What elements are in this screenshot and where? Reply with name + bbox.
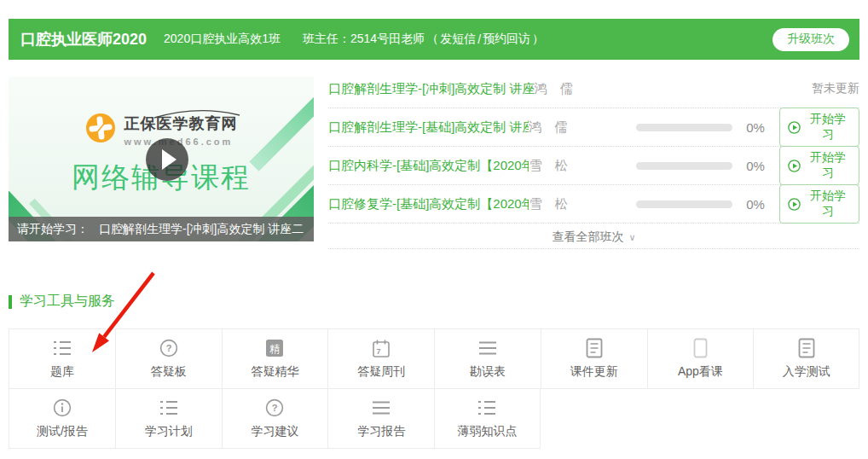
brand-arc-decoration xyxy=(153,109,241,119)
progress-percent: 0% xyxy=(746,159,779,173)
question-circle-icon: ? xyxy=(159,338,179,358)
tool-item[interactable]: 学习报告 xyxy=(327,389,434,449)
play-circle-icon xyxy=(788,198,801,211)
class-teacher-info: 班主任：2514号田老师 （ 发短信 / 预约回访 ） xyxy=(303,32,544,47)
start-learning-button[interactable]: 开始学习 xyxy=(779,146,859,185)
tools-section-title: 学习工具与服务 xyxy=(20,293,115,311)
caption-course-name: 口腔解剖生理学-[冲刺]高效定制 讲座二 xyxy=(99,222,304,235)
course-row: 口腔内科学-[基础]高效定制【2020年】雪 松0%开始学习 xyxy=(328,147,859,185)
progress-bar xyxy=(636,124,732,131)
play-button[interactable] xyxy=(146,138,188,181)
svg-text:精: 精 xyxy=(269,343,280,355)
course-list: 口腔解剖生理学-[冲刺]高效定制 讲座二鸿 儒暂未更新口腔解剖生理学-[基础]高… xyxy=(328,70,859,249)
course-teacher: 雪 松 xyxy=(529,196,622,212)
calendar-icon: 7 xyxy=(372,338,391,358)
progress-bar xyxy=(636,200,732,208)
course-title-link[interactable]: 口腔解剖生理学-[冲刺]高效定制 讲座二 xyxy=(328,81,535,97)
tool-label: 勘误表 xyxy=(470,364,506,380)
course-teacher: 鸿 儒 xyxy=(529,119,622,136)
video-caption: 请开始学习：口腔解剖生理学-[冲刺]高效定制 讲座二 xyxy=(9,217,314,241)
essence-badge-icon: 精 xyxy=(265,338,284,358)
section-accent-bar xyxy=(9,295,12,309)
page-title: 口腔执业医师2020 xyxy=(20,29,147,49)
start-learning-button[interactable]: 开始学习 xyxy=(779,107,859,147)
start-learning-label: 开始学习 xyxy=(805,112,851,142)
send-sms-link[interactable]: 发短信 xyxy=(440,32,476,47)
tool-item[interactable]: 7答疑周刊 xyxy=(327,329,434,389)
tool-label: 入学测试 xyxy=(783,364,830,380)
tool-item[interactable]: ?答疑板 xyxy=(115,329,222,389)
tools-section-header: 学习工具与服务 xyxy=(9,293,115,311)
tool-label: 薄弱知识点 xyxy=(457,424,517,439)
chevron-down-icon: ∨ xyxy=(628,232,635,242)
class-header-bar: 口腔执业医师2020 2020口腔执业高效1班 班主任：2514号田老师 （ 发… xyxy=(9,19,859,60)
info-circle-icon xyxy=(52,398,72,418)
question-circle-icon: ? xyxy=(264,398,285,418)
caption-prefix: 请开始学习： xyxy=(17,222,89,235)
course-teacher: 鸿 儒 xyxy=(535,81,630,97)
course-title-link[interactable]: 口腔内科学-[基础]高效定制【2020年】 xyxy=(328,158,529,174)
tool-item[interactable]: 题库 xyxy=(9,329,115,389)
view-all-classes-link[interactable]: 查看全部班次∨ xyxy=(328,224,859,249)
tool-label: 学习报告 xyxy=(357,424,405,439)
tool-item[interactable]: 勘误表 xyxy=(434,329,541,389)
tools-grid-row-1: 题库?答疑板精答疑精华7答疑周刊勘误表课件更新App看课入学测试 xyxy=(9,328,859,389)
document-icon xyxy=(798,338,815,358)
play-circle-icon xyxy=(788,160,801,172)
tools-grid: 题库?答疑板精答疑精华7答疑周刊勘误表课件更新App看课入学测试 测试/报告学习… xyxy=(9,328,859,449)
play-icon xyxy=(162,149,176,170)
bars-icon xyxy=(371,398,391,418)
tool-item[interactable]: 学习计划 xyxy=(115,389,222,449)
course-row: 口腔修复学-[基础]高效定制【2020年】雪 松0%开始学习 xyxy=(328,185,859,224)
start-learning-button[interactable]: 开始学习 xyxy=(779,184,859,224)
tool-label: 测试/报告 xyxy=(37,424,88,439)
med66-logo-icon xyxy=(85,113,116,147)
teacher-label: 班主任：2514号田老师 xyxy=(303,32,425,47)
course-teacher: 雪 松 xyxy=(529,158,622,174)
tool-label: 答疑板 xyxy=(151,364,187,380)
course-title-link[interactable]: 口腔解剖生理学-[基础]高效定制 讲座二 xyxy=(328,119,529,136)
tool-item[interactable]: App看课 xyxy=(647,329,754,389)
paren-open: （ xyxy=(426,32,438,47)
svg-text:7: 7 xyxy=(377,347,381,356)
document-icon xyxy=(586,338,603,358)
course-row: 口腔解剖生理学-[冲刺]高效定制 讲座二鸿 儒暂未更新 xyxy=(328,70,859,108)
class-name: 2020口腔执业高效1班 xyxy=(164,32,281,47)
view-all-label: 查看全部班次 xyxy=(552,230,623,243)
list-icon xyxy=(52,338,72,358)
svg-text:?: ? xyxy=(165,343,171,353)
course-list-rows: 口腔解剖生理学-[冲刺]高效定制 讲座二鸿 儒暂未更新口腔解剖生理学-[基础]高… xyxy=(328,70,859,224)
phone-icon xyxy=(693,338,708,358)
tool-item[interactable]: 课件更新 xyxy=(541,329,647,389)
slash-separator: / xyxy=(477,32,481,46)
play-circle-icon xyxy=(788,121,801,134)
tool-label: 学习计划 xyxy=(145,424,193,439)
tool-item[interactable]: 测试/报告 xyxy=(9,389,115,449)
progress-bar xyxy=(636,162,732,170)
tool-item[interactable]: 薄弱知识点 xyxy=(434,389,541,449)
tool-item[interactable]: 精答疑精华 xyxy=(222,329,328,389)
course-row: 口腔解剖生理学-[基础]高效定制 讲座二鸿 儒0%开始学习 xyxy=(328,108,859,147)
bars-icon xyxy=(477,338,498,358)
list-icon xyxy=(159,398,179,418)
upgrade-class-button[interactable]: 升级班次 xyxy=(773,28,849,51)
tool-item[interactable]: 入学测试 xyxy=(753,329,859,389)
course-status: 暂未更新 xyxy=(812,81,859,96)
tool-label: 答疑精华 xyxy=(251,364,298,380)
progress-percent: 0% xyxy=(746,120,779,135)
video-player[interactable]: 正保医学教育网 www.med66.com 网络辅导课程 请开始学习：口腔解剖生… xyxy=(9,77,314,241)
tool-label: App看课 xyxy=(678,364,723,380)
start-learning-label: 开始学习 xyxy=(805,150,851,181)
tool-item[interactable]: ?学习建议 xyxy=(222,389,328,449)
course-title-link[interactable]: 口腔修复学-[基础]高效定制【2020年】 xyxy=(328,196,529,212)
progress-percent: 0% xyxy=(746,197,779,212)
tool-label: 答疑周刊 xyxy=(357,364,405,380)
tools-grid-row-2: 测试/报告学习计划?学习建议学习报告薄弱知识点 xyxy=(9,389,859,449)
list-icon xyxy=(477,398,497,418)
callback-appointment-link[interactable]: 预约回访 xyxy=(483,32,530,47)
svg-text:?: ? xyxy=(272,403,278,413)
tool-label: 学习建议 xyxy=(251,424,298,439)
tool-label: 课件更新 xyxy=(570,364,618,380)
tool-label: 题库 xyxy=(50,364,74,380)
start-learning-label: 开始学习 xyxy=(805,189,851,219)
